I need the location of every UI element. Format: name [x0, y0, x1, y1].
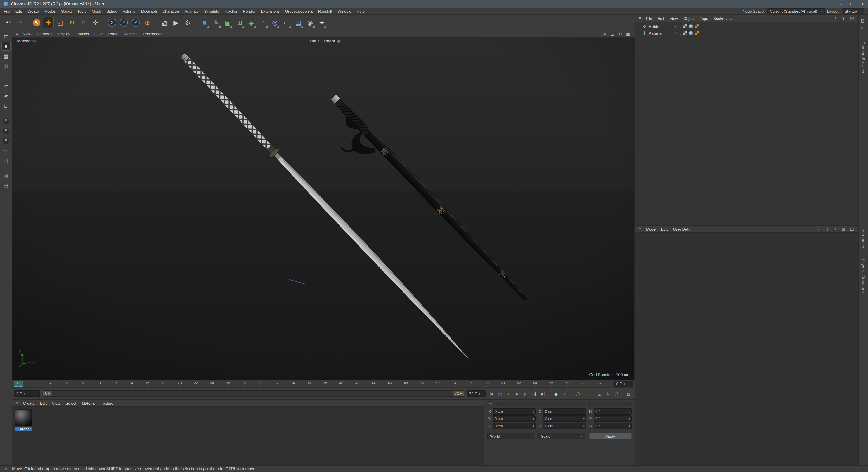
- polygons-mode[interactable]: ▰: [1, 92, 11, 100]
- visibility-dots-icon[interactable]: :: [680, 24, 681, 29]
- stepper-icon[interactable]: ▴▾: [24, 392, 25, 395]
- camera-object-menu[interactable]: ◉: [305, 17, 315, 28]
- uvw-tag-icon[interactable]: [695, 24, 699, 29]
- node-space-select[interactable]: Current (Standard/Physical) ▾: [767, 8, 825, 14]
- stepper-icon[interactable]: ▴▾: [533, 417, 534, 420]
- object-menu-view[interactable]: View: [667, 16, 681, 21]
- attribute-menu-user-data[interactable]: User Data: [671, 227, 693, 231]
- add-cube-primitive[interactable]: ■: [199, 17, 210, 28]
- viewport-menu-panel[interactable]: Panel: [105, 31, 121, 36]
- generators-menu[interactable]: ⊞: [234, 17, 245, 28]
- menu-edit[interactable]: Edit: [12, 9, 24, 13]
- render-settings-button[interactable]: ⚙: [182, 17, 193, 28]
- menu-animate[interactable]: Animate: [182, 9, 202, 13]
- viewport-menu-icon[interactable]: ≡: [14, 31, 20, 36]
- play-button[interactable]: ▶: [513, 390, 521, 398]
- render-view-button[interactable]: ▧: [159, 17, 169, 28]
- coordinate-menu-icon[interactable]: ≡: [487, 402, 494, 406]
- material-menu-create[interactable]: Create: [20, 401, 37, 405]
- uvw-tag-icon[interactable]: [695, 31, 699, 35]
- lock-workplane-toggle[interactable]: ▤: [1, 181, 11, 190]
- search-icon[interactable]: ⌖: [832, 226, 839, 232]
- spline-pen-tool[interactable]: ✎: [211, 17, 221, 28]
- render-picture-viewer-button[interactable]: ▶: [170, 17, 181, 28]
- viewport-menu-redshift[interactable]: Redshift: [121, 31, 141, 36]
- object-menu-bookmarks[interactable]: Bookmarks: [711, 16, 735, 21]
- isolate-view-toggle[interactable]: ▣: [1, 171, 11, 180]
- size-y-input[interactable]: 0 cm▴▾: [543, 415, 586, 422]
- previous-key-button[interactable]: |◁: [496, 390, 504, 398]
- key-position-toggle[interactable]: ✛: [587, 390, 594, 398]
- move-tool[interactable]: ✥: [43, 17, 54, 28]
- menu-extensions[interactable]: Extensions: [258, 9, 282, 13]
- stepper-icon[interactable]: ▴▾: [533, 410, 534, 413]
- modeling-axis-tool[interactable]: ✛: [90, 17, 101, 28]
- stepper-icon[interactable]: ▴▾: [629, 425, 630, 427]
- menu-window[interactable]: Window: [335, 9, 354, 13]
- rotation-header[interactable]: –: [588, 402, 631, 406]
- panel-icon[interactable]: ▤: [848, 15, 855, 21]
- timeline-ruler[interactable]: 0246810121416182022242628303234363840424…: [12, 380, 635, 387]
- tweak-mode[interactable]: ∟: [1, 102, 11, 110]
- rotation-p-input[interactable]: 0 °▴▾: [594, 415, 631, 422]
- dock-tab-content-browser[interactable]: Content Browser: [861, 41, 866, 74]
- end-frame-field[interactable]: 72 F ▴▾: [467, 390, 486, 397]
- dock-tab-layers[interactable]: Layers: [861, 259, 866, 272]
- goto-start-button[interactable]: |◀: [487, 390, 495, 398]
- camera-label[interactable]: Default Camera ⊞: [307, 39, 340, 43]
- object-menu-file[interactable]: File: [643, 16, 655, 21]
- dock-icon[interactable]: ◧: [860, 19, 864, 23]
- key-parameter-toggle[interactable]: Ⓟ: [613, 390, 620, 398]
- material-menu-select[interactable]: Select: [63, 401, 79, 405]
- viewport-3d[interactable]: 质 材 了: [12, 37, 635, 380]
- deformers-menu[interactable]: ◈: [246, 17, 257, 28]
- size-z-input[interactable]: 0 cm▴▾: [543, 423, 586, 429]
- coord-size-mode-select[interactable]: Scale ▾: [538, 433, 585, 439]
- phong-tag-icon[interactable]: [689, 24, 693, 29]
- stepper-icon[interactable]: ▴▾: [479, 392, 480, 395]
- attribute-menu-edit[interactable]: Edit: [658, 227, 670, 231]
- status-menu-icon[interactable]: ≡: [3, 466, 9, 471]
- current-frame-field[interactable]: 0 F ▴▾: [14, 390, 40, 397]
- redo-icon[interactable]: ↷: [14, 17, 25, 28]
- dock-tab-attributes[interactable]: Attributes: [861, 230, 866, 248]
- position-y-input[interactable]: 0 cm▴▾: [493, 415, 536, 422]
- workplane-mode[interactable]: ▥: [1, 62, 11, 70]
- apply-button[interactable]: Apply: [589, 433, 631, 439]
- material-menu-icon[interactable]: ≡: [14, 401, 20, 406]
- edges-mode[interactable]: ▱: [1, 82, 11, 90]
- menu-tools[interactable]: Tools: [74, 9, 89, 13]
- model-mode[interactable]: ■: [1, 42, 11, 51]
- maximize-button[interactable]: □: [850, 2, 853, 6]
- panel-icon[interactable]: ▤: [848, 226, 855, 232]
- position-z-input[interactable]: 0 cm▴▾: [493, 423, 536, 429]
- ruler-track[interactable]: 0246810121416182022242628303234363840424…: [12, 380, 613, 387]
- undo-icon[interactable]: ↶: [3, 17, 13, 28]
- pan-view-icon[interactable]: ✥: [602, 31, 608, 37]
- rotation-b-input[interactable]: 0 °▴▾: [594, 423, 631, 429]
- ruler-frame-field[interactable]: 0 F ▴▾: [614, 381, 633, 387]
- attribute-manager-menu-icon[interactable]: ≡: [637, 226, 643, 231]
- up-icon[interactable]: ↑: [824, 226, 831, 232]
- back-icon[interactable]: ←: [816, 226, 822, 232]
- timeline-layout-button[interactable]: ▦: [625, 390, 632, 398]
- viewport-menu-filter[interactable]: Filter: [92, 31, 106, 36]
- enabled-check-icon[interactable]: ✓: [673, 31, 678, 35]
- range-end-handle[interactable]: 72 F: [453, 390, 464, 397]
- rotate-tool[interactable]: ↻: [66, 17, 77, 28]
- texture-mode[interactable]: ▦: [1, 52, 11, 61]
- visibility-dots-icon[interactable]: :: [680, 31, 681, 35]
- phong-tag-icon[interactable]: [689, 31, 693, 35]
- x-axis-lock[interactable]: X: [107, 17, 118, 28]
- menu-simulate[interactable]: Simulate: [202, 9, 222, 13]
- menu-spline[interactable]: Spline: [104, 9, 120, 13]
- material-katana[interactable]: Katana: [15, 409, 32, 431]
- menu-mograph[interactable]: MoGraph: [138, 9, 160, 13]
- menu-redshift[interactable]: Redshift: [315, 9, 335, 13]
- z-axis-lock[interactable]: Z: [130, 17, 141, 28]
- menu-volume[interactable]: Volume: [120, 9, 138, 13]
- snap-magnet[interactable]: Ω: [1, 147, 11, 155]
- rotate-view-icon[interactable]: ↻: [617, 31, 623, 37]
- search-icon[interactable]: ⌖: [832, 15, 839, 21]
- camera-menu-icon[interactable]: ⊞: [337, 39, 340, 43]
